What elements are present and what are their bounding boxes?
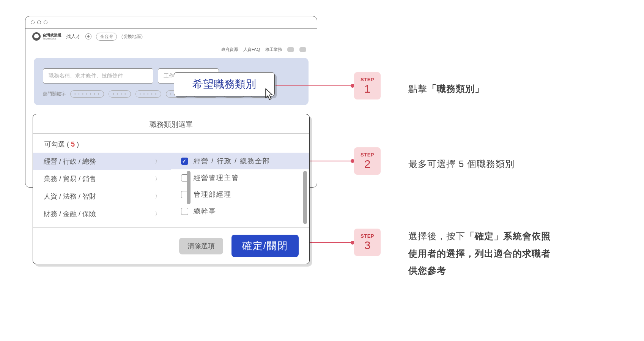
location-pin-icon xyxy=(85,33,91,39)
chrome-dot xyxy=(44,21,47,24)
logo-text-en: TaiwanJobs xyxy=(43,37,61,40)
switch-area-link[interactable]: (切換地區) xyxy=(121,33,143,40)
subcategory-label: 總幹事 xyxy=(194,207,216,216)
category-item-label: 財務 / 金融 / 保險 xyxy=(44,209,96,218)
category-item[interactable]: 財務 / 金融 / 保險〉 xyxy=(33,205,171,223)
keyword-pill[interactable]: • • • • • • • xyxy=(70,90,104,98)
step-label: STEP xyxy=(361,152,374,158)
category-item-label: 業務 / 貿易 / 銷售 xyxy=(44,174,96,183)
social-icon[interactable] xyxy=(287,47,294,52)
explanation-1: 點擊「職務類別」 xyxy=(408,80,484,98)
category-item[interactable]: 業務 / 貿易 / 銷售〉 xyxy=(33,170,171,188)
step-label: STEP xyxy=(361,233,374,239)
scrollbar-thumb[interactable] xyxy=(303,171,307,224)
subcategory-item[interactable]: 總幹事 xyxy=(171,203,309,219)
migrant-link[interactable]: 移工業務 xyxy=(265,47,282,52)
step-label: STEP xyxy=(361,77,374,82)
chevron-right-icon: 〉 xyxy=(155,193,161,200)
step-number: 1 xyxy=(364,82,371,95)
confirm-close-button[interactable]: 確定/關閉 xyxy=(231,235,299,257)
step-number: 2 xyxy=(364,158,371,170)
subcategory-label: 經營 / 行政 / 總務全部 xyxy=(194,156,270,166)
explanation-2: 最多可選擇 5 個職務類別 xyxy=(408,155,515,173)
step-number: 3 xyxy=(364,239,371,252)
job-category-button-label: 希望職務類別 xyxy=(192,77,256,92)
category-item-label: 人資 / 法務 / 智財 xyxy=(44,192,96,201)
chevron-right-icon: 〉 xyxy=(155,158,161,165)
subcategory-right-list: 經營 / 行政 / 總務全部 經營管理主管 管理部經理 總幹事 xyxy=(171,153,309,227)
category-item[interactable]: 經營 / 行政 / 總務〉 xyxy=(33,153,171,170)
keyword-input[interactable]: 職務名稱、求才條件、技能條件 xyxy=(43,68,153,84)
keyword-pill[interactable]: • • • • xyxy=(109,90,131,98)
checkbox-icon[interactable] xyxy=(181,208,188,215)
modal-footer: 清除選項 確定/關閉 xyxy=(33,227,309,264)
subcategory-item[interactable]: 經營管理主管 xyxy=(171,169,309,186)
cursor-icon xyxy=(261,86,277,103)
logo-icon xyxy=(32,32,41,41)
location-pill[interactable]: 全台灣 xyxy=(96,33,117,41)
step-badge-2: STEP 2 xyxy=(354,147,381,175)
step-badge-1: STEP 1 xyxy=(354,72,381,99)
selectable-count-label: 可勾選 ( 5 ) xyxy=(33,134,309,153)
subcategory-label: 經營管理主管 xyxy=(194,173,239,182)
step-badge-3: STEP 3 xyxy=(354,229,381,256)
category-item[interactable]: 人資 / 法務 / 智財〉 xyxy=(33,188,171,205)
checkbox-icon[interactable] xyxy=(181,158,188,165)
category-left-list: 經營 / 行政 / 總務〉 業務 / 貿易 / 銷售〉 人資 / 法務 / 智財… xyxy=(33,153,171,227)
hr-faq-link[interactable]: 人資FAQ xyxy=(243,47,260,52)
subcategory-item[interactable]: 經營 / 行政 / 總務全部 xyxy=(171,153,309,169)
modal-title: 職務類別選單 xyxy=(33,114,309,134)
job-category-modal: 職務類別選單 可勾選 ( 5 ) 經營 / 行政 / 總務〉 業務 / 貿易 /… xyxy=(33,114,310,264)
find-talent-link[interactable]: 找人才 xyxy=(66,33,81,40)
chrome-dot xyxy=(37,21,41,24)
explanation-3: 選擇後，按下「確定」系統會依照使用者的選擇，列出適合的求職者供您參考 xyxy=(408,227,553,279)
gov-resource-link[interactable]: 政府資源 xyxy=(221,47,238,52)
social-icon[interactable] xyxy=(299,47,306,52)
category-item-label: 經營 / 行政 / 總務 xyxy=(44,157,96,166)
subnav: 政府資源 人資FAQ 移工業務 xyxy=(25,44,317,55)
logo-text-cn: 台灣就業通 xyxy=(43,33,61,37)
chevron-right-icon: 〉 xyxy=(155,210,161,218)
keyword-pill[interactable]: • • • • • xyxy=(135,90,162,98)
browser-chrome xyxy=(25,16,317,28)
chevron-right-icon: 〉 xyxy=(155,175,161,183)
subcategory-label: 管理部經理 xyxy=(194,190,231,199)
site-logo[interactable]: 台灣就業通 TaiwanJobs xyxy=(32,32,61,41)
connector-line xyxy=(276,85,354,86)
subcategory-item[interactable]: 管理部經理 xyxy=(171,186,309,203)
chrome-dot xyxy=(31,21,35,24)
top-bar: 台灣就業通 TaiwanJobs 找人才 全台灣 (切換地區) xyxy=(25,28,317,44)
job-category-button[interactable]: 希望職務類別 xyxy=(174,72,275,96)
hot-keyword-label: 熱門關鍵字 xyxy=(43,91,66,97)
scrollbar-thumb[interactable] xyxy=(187,171,191,204)
clear-button[interactable]: 清除選項 xyxy=(179,238,223,254)
